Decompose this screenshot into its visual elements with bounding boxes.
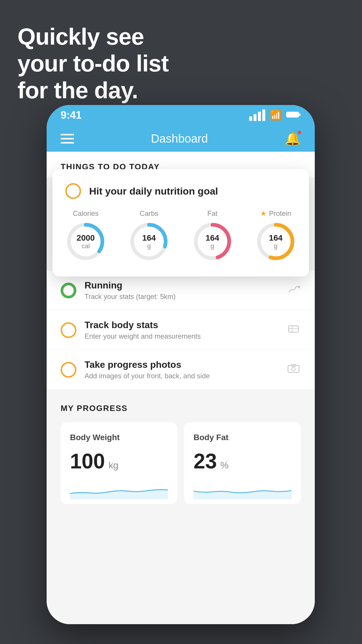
body-fat-unit: % xyxy=(220,460,229,471)
nutrition-checkbox[interactable] xyxy=(65,183,81,199)
progress-section: MY PROGRESS Body Weight 100 kg B xyxy=(47,390,315,504)
battery-icon xyxy=(286,110,301,121)
running-title: Running xyxy=(85,280,278,291)
bell-icon[interactable]: 🔔 xyxy=(285,131,301,146)
body-fat-sparkline xyxy=(194,479,291,499)
headline: Quickly see your to-do list for the day. xyxy=(17,23,168,104)
svg-point-10 xyxy=(63,285,74,296)
star-icon: ★ xyxy=(260,209,267,218)
body-weight-sparkline xyxy=(70,479,168,499)
nutrition-card: Hit your daily nutrition goal Calories 2… xyxy=(52,169,309,276)
todo-running[interactable]: Running Track your stats (target: 5km) xyxy=(47,271,315,310)
svg-rect-0 xyxy=(287,112,299,117)
nav-title: Dashboard xyxy=(151,132,208,145)
card-label: Hit your daily nutrition goal xyxy=(89,186,218,197)
todo-body-stats[interactable]: Track body stats Enter your weight and m… xyxy=(47,310,315,350)
photos-checkbox[interactable] xyxy=(61,362,76,378)
svg-point-11 xyxy=(298,286,300,288)
running-text: Running Track your stats (target: 5km) xyxy=(85,280,278,301)
carbs-donut: 164 g xyxy=(129,221,169,262)
body-fat-card-title: Body Fat xyxy=(194,433,291,442)
card-header-row: Hit your daily nutrition goal xyxy=(65,183,296,199)
signal-bars-icon xyxy=(249,109,265,121)
photos-title: Take progress photos xyxy=(85,359,278,370)
body-stats-text: Track body stats Enter your weight and m… xyxy=(85,320,278,340)
photos-sub: Add images of your front, back, and side xyxy=(85,372,278,380)
running-checkbox[interactable] xyxy=(61,283,76,298)
nav-bar: Dashboard 🔔 xyxy=(47,125,315,152)
svg-point-16 xyxy=(292,367,295,371)
status-icons: 📶 xyxy=(249,109,301,121)
protein-donut: 164 g xyxy=(255,221,296,262)
body-weight-value-row: 100 kg xyxy=(70,449,168,473)
phone-frame: 9:41 📶 Dashboard 🔔 xyxy=(47,105,315,624)
nutrition-row: Calories 2000 cal Carbs xyxy=(65,209,296,262)
photos-icon xyxy=(286,363,301,377)
svg-rect-1 xyxy=(299,113,301,116)
body-weight-card-title: Body Weight xyxy=(70,433,168,442)
fat-label: Fat xyxy=(207,209,217,218)
calories-donut: 2000 cal xyxy=(65,221,106,262)
progress-title: MY PROGRESS xyxy=(61,404,301,413)
notification-dot xyxy=(297,130,302,135)
body-stats-sub: Enter your weight and measurements xyxy=(85,332,278,340)
photos-text: Take progress photos Add images of your … xyxy=(85,359,278,380)
nutrition-fat: Fat 164 g xyxy=(192,209,233,262)
running-sub: Track your stats (target: 5km) xyxy=(85,293,278,301)
todo-list: Running Track your stats (target: 5km) T… xyxy=(47,271,315,390)
calories-label: Calories xyxy=(73,209,99,218)
status-time: 9:41 xyxy=(61,109,82,121)
body-fat-card: Body Fat 23 % xyxy=(184,422,301,504)
progress-cards: Body Weight 100 kg Body Fat 23 % xyxy=(61,422,301,504)
body-stats-title: Track body stats xyxy=(85,320,278,330)
nutrition-calories: Calories 2000 cal xyxy=(65,209,106,262)
protein-label: ★ Protein xyxy=(260,209,291,218)
body-fat-value-row: 23 % xyxy=(194,449,291,473)
hamburger-menu[interactable] xyxy=(61,134,74,144)
fat-donut: 164 g xyxy=(192,221,233,262)
phone-content: THINGS TO DO TODAY Hit your daily nutrit… xyxy=(47,152,315,624)
body-weight-value: 100 xyxy=(70,449,105,473)
body-stats-checkbox[interactable] xyxy=(61,322,76,338)
body-fat-value: 23 xyxy=(194,449,217,473)
wifi-icon: 📶 xyxy=(270,110,282,121)
body-stats-icon xyxy=(286,323,301,337)
nutrition-carbs: Carbs 164 g xyxy=(129,209,169,262)
body-weight-card: Body Weight 100 kg xyxy=(61,422,177,504)
carbs-label: Carbs xyxy=(140,209,158,218)
nutrition-protein: ★ Protein 164 g xyxy=(255,209,296,262)
running-icon xyxy=(286,283,301,298)
body-weight-unit: kg xyxy=(108,460,118,471)
todo-photos[interactable]: Take progress photos Add images of your … xyxy=(47,350,315,390)
status-bar: 9:41 📶 xyxy=(47,105,315,125)
